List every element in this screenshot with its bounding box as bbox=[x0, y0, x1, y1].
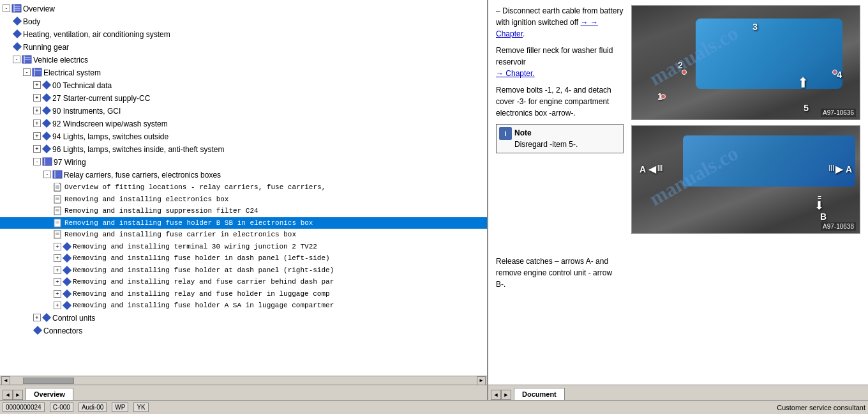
expand-96[interactable]: + bbox=[33, 145, 41, 153]
tree-label-removing-fuse-dash-l: Removing and installing fuse holder in d… bbox=[73, 253, 330, 264]
tree-item-overview-fitting[interactable]: Overview of fitting locations - relay ca… bbox=[0, 181, 487, 194]
tree-item-connectors[interactable]: Connectors bbox=[0, 325, 487, 337]
diamond-icon-00 bbox=[42, 80, 51, 89]
note-content: Note Disregard -item 5-. bbox=[514, 127, 578, 150]
instruction-4-block: Release catches – arrows A- and remove e… bbox=[496, 256, 624, 290]
tree-item-00[interactable]: + 00 Technical data bbox=[0, 79, 487, 92]
diamond-icon-fuse-dash-r bbox=[63, 265, 71, 274]
img-ref-2: A97-10638 bbox=[821, 222, 856, 231]
tree-label-removing-supp: Removing and installing suppression filt… bbox=[64, 206, 258, 217]
instruction-4-text: Release catches – arrows A- and remove e… bbox=[496, 257, 612, 289]
expand-terminal[interactable]: + bbox=[54, 243, 61, 250]
right-panel: – Disconnect earth cable from battery wi… bbox=[488, 0, 868, 400]
right-tab-arrow-left[interactable]: ◄ bbox=[491, 390, 501, 400]
scroll-right-btn[interactable]: ► bbox=[477, 376, 486, 385]
tree-item-27[interactable]: + 27 Starter-current supply-CC bbox=[0, 92, 487, 105]
tree-item-removing-relay-luggage[interactable]: + Removing and installing relay and fuse… bbox=[0, 288, 487, 300]
expand-electrics[interactable]: - bbox=[13, 56, 20, 63]
expand-fuse-dash-l[interactable]: + bbox=[54, 254, 61, 262]
tree-item-removing-supp[interactable]: Removing and installing suppression filt… bbox=[0, 205, 487, 217]
bolt-1 bbox=[682, 70, 687, 75]
diamond-icon-96 bbox=[42, 144, 51, 153]
tree-label-removing-elec: Removing and installing electronics box bbox=[64, 194, 228, 205]
tree-item-90[interactable]: + 90 Instruments, GCI bbox=[0, 105, 487, 118]
status-item-5: YK bbox=[133, 402, 148, 412]
diamond-icon-body bbox=[13, 17, 22, 26]
tree-label-removing-fuse-sb: Removing and installing fuse holder B SB… bbox=[64, 218, 313, 229]
tree-item-96[interactable]: + 96 Lights, lamps, switches inside, ant… bbox=[0, 143, 487, 156]
chapter-link-2[interactable]: → Chapter. bbox=[496, 69, 535, 78]
page-icon-removing-fuse-carrier bbox=[54, 230, 63, 239]
arrow-lines-b: = bbox=[818, 194, 821, 201]
diamond-icon-connectors bbox=[33, 325, 42, 334]
diamond-icon-relay-dash bbox=[63, 277, 71, 286]
tab-arrow-right[interactable]: ► bbox=[13, 390, 23, 400]
tree-item-hvac[interactable]: Heating, ventilation, air conditioning s… bbox=[0, 28, 487, 41]
tree-label-hvac: Heating, ventilation, air conditioning s… bbox=[23, 29, 170, 40]
tree-item-removing-fuse-carrier[interactable]: Removing and installing fuse carrier in … bbox=[0, 229, 487, 241]
scroll-left-btn[interactable]: ◄ bbox=[1, 376, 10, 385]
tree-item-97[interactable]: - 97 Wiring bbox=[0, 156, 487, 169]
status-item-3: Audi-00 bbox=[79, 402, 107, 412]
tree-item-electrics[interactable]: - Vehicle electrics bbox=[0, 54, 487, 66]
arrow-up-1: ⬆ bbox=[797, 75, 809, 91]
expand-overview[interactable]: - bbox=[3, 4, 10, 12]
book-icon bbox=[11, 4, 22, 13]
tree-item-removing-fuse-dash-r[interactable]: + Removing and installing fuse holder at… bbox=[0, 264, 487, 277]
tree-item-control-units[interactable]: + Control units bbox=[0, 312, 487, 325]
status-bar-left: 0000000024 C-000 Audi-00 WP YK bbox=[3, 402, 149, 412]
tree-item-removing-relay-dash[interactable]: + Removing and installing relay and fuse… bbox=[0, 276, 487, 288]
diamond-icon-fuse-sa bbox=[63, 301, 71, 310]
tab-scroll-arrows: ◄ ► bbox=[3, 390, 23, 400]
tree-label-electrics: Vehicle electrics bbox=[33, 54, 88, 66]
tree-label-27: 27 Starter-current supply-CC bbox=[52, 93, 150, 104]
right-tab-arrow-right[interactable]: ► bbox=[501, 390, 511, 400]
expand-27[interactable]: + bbox=[33, 94, 41, 102]
tree-item-relay[interactable]: - Relay carriers, fuse carriers, electro… bbox=[0, 169, 487, 181]
tree-item-overview[interactable]: - Overview bbox=[0, 3, 487, 15]
tree-item-removing-terminal[interactable]: + Removing and installing terminal 30 wi… bbox=[0, 241, 487, 253]
diamond-icon-terminal bbox=[63, 241, 71, 250]
scroll-thumb[interactable] bbox=[23, 378, 74, 384]
text-column: – Disconnect earth cable from battery wi… bbox=[496, 5, 624, 379]
tree-item-removing-elec[interactable]: Removing and installing electronics box bbox=[0, 194, 487, 206]
expand-relay-luggage[interactable]: + bbox=[54, 290, 61, 298]
expand-92[interactable]: + bbox=[33, 119, 41, 127]
expand-90[interactable]: + bbox=[33, 107, 41, 114]
tree-item-running[interactable]: Running gear bbox=[0, 41, 487, 54]
diamond-icon-90 bbox=[42, 106, 51, 115]
tree-item-94[interactable]: + 94 Lights, lamps, switches outside bbox=[0, 130, 487, 143]
tab-overview[interactable]: Overview bbox=[26, 388, 73, 400]
status-bar-right: Customer service consultant bbox=[777, 404, 865, 411]
tree-item-92[interactable]: + 92 Windscreen wipe/wash system bbox=[0, 118, 487, 130]
expand-fuse-sa[interactable]: + bbox=[54, 302, 61, 309]
tree-label-00: 00 Technical data bbox=[52, 80, 112, 91]
note-text: Disregard -item 5-. bbox=[514, 140, 578, 149]
expand-relay[interactable]: - bbox=[43, 171, 51, 178]
expand-fuse-dash-r[interactable]: + bbox=[54, 266, 61, 274]
tree-label-90: 90 Instruments, GCI bbox=[52, 105, 121, 117]
expand-94[interactable]: + bbox=[33, 132, 41, 140]
img-label-b: B bbox=[820, 211, 827, 222]
tree-label-removing-fuse-sa: Removing and installing fuse holder A SA… bbox=[73, 300, 334, 311]
tree-item-body[interactable]: Body bbox=[0, 15, 487, 28]
instruction-1-text: – Disconnect earth cable from battery wi… bbox=[496, 6, 623, 27]
tree-item-elec-system[interactable]: - Electrical system bbox=[0, 66, 487, 79]
img-label-a-right: A bbox=[846, 164, 852, 174]
tab-arrow-left[interactable]: ◄ bbox=[3, 390, 13, 400]
tree-item-removing-fuse-sb[interactable]: Removing and installing fuse holder B SB… bbox=[0, 217, 487, 229]
expand-relay-dash[interactable]: + bbox=[54, 278, 61, 286]
expand-control-units[interactable]: + bbox=[33, 314, 41, 321]
page-icon-removing-fuse-sb bbox=[54, 218, 63, 227]
book-icon-relay bbox=[52, 170, 63, 179]
note-label: Note bbox=[514, 128, 532, 137]
diamond-icon-hvac bbox=[13, 29, 22, 38]
tree-item-removing-fuse-sa[interactable]: + Removing and installing fuse holder A … bbox=[0, 300, 487, 312]
tree-item-removing-fuse-dash-l[interactable]: + Removing and installing fuse holder in… bbox=[0, 252, 487, 264]
expand-elec-system[interactable]: - bbox=[23, 68, 31, 76]
tree-scrollbar-h[interactable]: ◄ ► bbox=[0, 376, 487, 385]
expand-00[interactable]: + bbox=[33, 81, 41, 89]
content-area: – Disconnect earth cable from battery wi… bbox=[488, 0, 868, 385]
expand-97[interactable]: - bbox=[33, 158, 41, 165]
tab-document[interactable]: Document bbox=[514, 388, 565, 400]
